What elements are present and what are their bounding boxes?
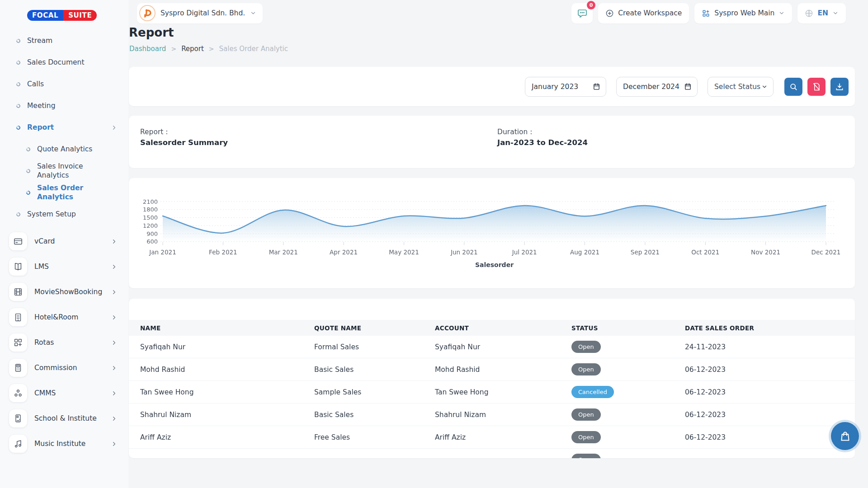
table-row: Mohd Rashid Basic Sales Mohd Rashid Open… <box>129 358 855 381</box>
cell-quote-name: Formal Sales <box>314 343 435 351</box>
sidebar-item[interactable]: Report <box>0 117 128 138</box>
cell-account: Syafiqah Nur <box>435 343 571 351</box>
sidebar-item-label: Sales Order Analytics <box>37 183 99 202</box>
bullet-icon <box>15 103 21 109</box>
chart-card: 2100180015001200900600Jan 2021Feb 2021Ma… <box>129 178 855 288</box>
cell-account: Mohd Rashid <box>435 366 571 374</box>
bullet-icon <box>25 168 31 174</box>
svg-text:May 2021: May 2021 <box>389 249 419 256</box>
svg-text:1800: 1800 <box>143 206 158 213</box>
focal-suite-logo[interactable]: FOCALSUITE <box>27 10 97 21</box>
logo-suite: SUITE <box>63 10 97 21</box>
filter-card: January 2023 December 2024 Select Status <box>129 67 855 106</box>
svg-text:1500: 1500 <box>143 214 158 221</box>
create-workspace-label: Create Workspace <box>618 9 682 17</box>
sidebar-item-label: Quote Analytics <box>37 145 99 154</box>
module-label: Commission <box>34 364 77 372</box>
music-icon <box>9 435 27 453</box>
sidebar-module[interactable]: Hotel&Room <box>0 305 128 330</box>
report-value: Salesorder Summary <box>140 138 228 147</box>
sidebar-item[interactable]: Sales Order Analytics <box>0 182 128 203</box>
workspace-name: Syspro Digital Sdn. Bhd. <box>160 9 245 17</box>
cart-fab-button[interactable] <box>831 422 859 450</box>
shopping-bag-icon <box>839 430 851 442</box>
sidebar-item[interactable]: Meeting <box>0 95 128 117</box>
svg-text:1200: 1200 <box>143 222 158 229</box>
sidebar-module[interactable]: Music Institute <box>0 431 128 456</box>
bullet-icon <box>15 211 21 217</box>
table-row: Ariff Aziz Free Sales Ariff Aziz Open 06… <box>129 426 855 449</box>
calculator-icon <box>9 359 27 377</box>
clear-filter-button[interactable] <box>807 78 826 96</box>
building-icon <box>9 308 27 326</box>
sidebar-item[interactable]: Calls <box>0 73 128 95</box>
col-quote-name: QUOTE NAME <box>314 324 435 332</box>
sidebar-module[interactable]: vCard <box>0 229 128 254</box>
sidebar-item-label: Stream <box>27 36 90 45</box>
chevron-right-icon <box>111 124 118 131</box>
svg-text:Jul 2021: Jul 2021 <box>512 249 537 256</box>
sidebar-module[interactable]: LMS <box>0 254 128 279</box>
status-select[interactable]: Select Status <box>708 77 774 97</box>
svg-text:Aug 2021: Aug 2021 <box>570 249 599 256</box>
sidebar-module[interactable]: CMMS <box>0 380 128 406</box>
download-button[interactable] <box>830 78 849 96</box>
chat-badge: 0 <box>587 1 595 9</box>
chat-button[interactable]: 0 <box>571 3 593 23</box>
sidebar-item[interactable]: Sales Invoice Analytics <box>0 160 128 182</box>
cell-name: Shahrul Nizam <box>140 411 314 419</box>
sidebar-item[interactable]: Stream <box>0 30 128 52</box>
module-label: MovieShowBooking <box>34 288 102 296</box>
bullet-icon <box>25 190 31 196</box>
table-row: Open <box>129 449 855 458</box>
chevron-right-icon <box>111 238 118 245</box>
language-selector[interactable]: EN <box>797 3 846 23</box>
report-summary-card: Report : Salesorder Summary Duration : J… <box>129 116 855 168</box>
cell-name: Syafiqah Nur <box>140 343 314 351</box>
col-name: NAME <box>140 324 314 332</box>
film-icon <box>9 283 27 301</box>
table-row: Shahrul Nizam Basic Sales Shahrul Nizam … <box>129 404 855 426</box>
chevron-right-icon <box>111 390 118 397</box>
sidebar-modules-nav: vCard LMS MovieShowBooking Hotel&Room <box>0 229 128 456</box>
breadcrumb-item[interactable]: Sales Order Analytic <box>209 45 288 53</box>
sidebar-module[interactable]: School & Institute <box>0 406 128 431</box>
globe-icon <box>805 9 813 18</box>
search-icon <box>789 82 798 91</box>
breadcrumb-item[interactable]: Dashboard <box>129 45 166 53</box>
duration-value: Jan-2023 to Dec-2024 <box>497 138 588 147</box>
sidebar: FOCALSUITE Stream Sales Document Calls <box>0 0 128 488</box>
workspace-selector[interactable]: Syspro Digital Sdn. Bhd. <box>137 3 263 23</box>
sidebar-item[interactable]: Quote Analytics <box>0 138 128 160</box>
chevron-down-icon <box>778 10 785 16</box>
sidebar-item-label: Meeting <box>27 101 90 110</box>
sidebar-module[interactable]: Rotas <box>0 330 128 355</box>
school-icon <box>9 409 27 427</box>
cell-quote-name: Basic Sales <box>314 366 435 374</box>
sidebar-module[interactable]: MovieShowBooking <box>0 279 128 305</box>
search-button[interactable] <box>784 78 802 96</box>
cell-name: Ariff Aziz <box>140 433 314 441</box>
breadcrumb-item[interactable]: Report <box>171 45 203 53</box>
chevron-right-icon <box>111 289 118 296</box>
svg-text:Salesorder: Salesorder <box>475 261 514 268</box>
chevron-right-icon <box>111 314 118 321</box>
date-to-input[interactable]: December 2024 <box>616 77 698 97</box>
module-label: LMS <box>34 263 49 271</box>
sidebar-item[interactable]: Sales Document <box>0 52 128 73</box>
cell-quote-name: Sample Sales <box>314 388 435 396</box>
sidebar-main-nav: Stream Sales Document Calls Meeting <box>0 30 128 225</box>
cell-date: 24-11-2023 <box>685 343 855 351</box>
svg-text:Feb 2021: Feb 2021 <box>209 249 237 256</box>
module-label: Rotas <box>34 338 54 347</box>
date-from-input[interactable]: January 2023 <box>525 77 606 97</box>
language-label: EN <box>817 9 828 17</box>
app-menu-button[interactable]: Syspro Web Main <box>694 3 792 23</box>
create-workspace-button[interactable]: Create Workspace <box>598 3 689 23</box>
chat-bubble-icon <box>577 8 588 19</box>
p-swirl-icon <box>139 5 156 21</box>
sidebar-module[interactable]: Commission <box>0 355 128 380</box>
chevron-down-icon <box>250 10 256 16</box>
sidebar-item[interactable]: System Setup <box>0 203 128 225</box>
module-label: vCard <box>34 237 55 245</box>
